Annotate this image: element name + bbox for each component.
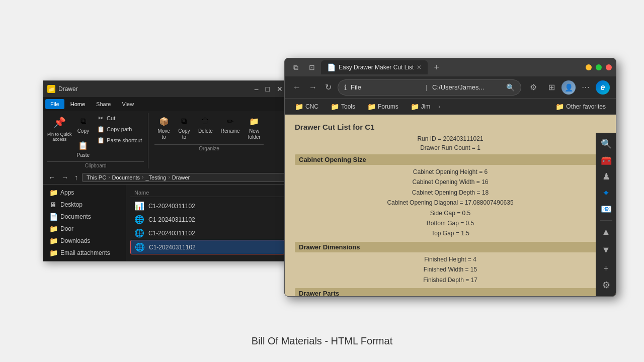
copilot-btn[interactable]: ✦ — [598, 186, 614, 200]
browser-address-text: File — [351, 83, 421, 91]
browser-back-tabs-btn[interactable]: ⧉ — [289, 60, 303, 74]
path-pc: This PC — [87, 174, 106, 180]
cut-button[interactable]: ✂ Cut — [95, 113, 144, 123]
settings-sidebar-btn[interactable]: ⚙ — [598, 278, 614, 292]
browser-avatar[interactable]: 👤 — [561, 80, 576, 95]
window-minimize[interactable]: – — [586, 64, 592, 70]
tab-file[interactable]: File — [45, 99, 64, 109]
other-favorites-btn[interactable]: 📁 Other favorites — [551, 101, 610, 112]
outlook-btn[interactable]: 📧 — [598, 202, 614, 216]
edge-logo[interactable]: e — [596, 80, 610, 95]
explorer-titlebar-icon: 📁 — [47, 85, 55, 93]
back-button[interactable]: ← — [46, 172, 57, 183]
sidebar-item-downloads[interactable]: 📁 Downloads — [43, 235, 126, 247]
move-to-button[interactable]: 📦 Moveto — [154, 113, 173, 142]
sidebar-item-email-attachments[interactable]: 📁 Email attachments — [43, 247, 126, 259]
explorer-title: Drawer — [58, 85, 250, 93]
tab-close-button[interactable]: ✕ — [417, 64, 422, 71]
cab-field-3: Cabinet Opening Diagonal = 17.0880074906… — [295, 198, 606, 208]
file-item-0[interactable]: 📊 C1-20240311102 — [130, 199, 285, 213]
apps-folder-icon: 📁 — [49, 189, 57, 197]
file-name-3: C1-20240311102 — [149, 244, 196, 251]
up-button[interactable]: ↑ — [72, 172, 80, 183]
paste-shortcut-label: Paste shortcut — [107, 137, 142, 143]
browser-address-box[interactable]: ℹ File | C:/Users/James... 🔍 — [338, 79, 521, 96]
window-maximize[interactable]: □ — [596, 64, 602, 70]
browser-split-btn[interactable]: ⊡ — [305, 60, 319, 74]
rename-button[interactable]: ✏ Rename — [218, 113, 243, 136]
delete-button[interactable]: 🗑 Delete — [195, 113, 216, 136]
sidebar-item-fusion[interactable]: 📁 Fusion — [43, 259, 126, 261]
browser-tab-title: Easy Drawer Maker Cut List — [339, 64, 414, 71]
paste-shortcut-button[interactable]: 📋 Paste shortcut — [95, 135, 144, 145]
doc-title: Drawer Cut List for C1 — [295, 123, 606, 131]
browser-refresh-btn[interactable]: ↻ — [323, 80, 334, 94]
clipboard-label: Clipboard — [47, 161, 144, 168]
documents-icon: 📄 — [49, 213, 57, 221]
cut-icon: ✂ — [97, 114, 105, 122]
sidebar-item-desktop[interactable]: 🖥 Desktop — [43, 199, 126, 211]
titlebar-maximize[interactable]: □ — [264, 84, 272, 94]
file-list-header: Name — [130, 189, 285, 197]
cnc-bookmark-icon: 📁 — [295, 103, 303, 111]
bookmark-tools[interactable]: 📁 Tools — [327, 101, 359, 112]
bookmark-forums[interactable]: 📁 Forums — [363, 101, 403, 112]
copy-button[interactable]: ⧉ Copy — [74, 113, 92, 136]
bookmarks-more-chevron[interactable]: › — [438, 103, 440, 110]
copy-to-label: Copyto — [178, 128, 190, 140]
ribbon-buttons: 📌 Pin to Quickaccess ⧉ Copy 📋 Paste ✂ — [43, 111, 289, 170]
cab-field-4: Side Gap = 0.5 — [295, 208, 606, 218]
move-label: Moveto — [157, 128, 170, 140]
file-list: Name 📊 C1-20240311102 🌐 C1-20240311102 🌐… — [126, 185, 289, 261]
bookmark-cnc[interactable]: 📁 CNC — [291, 101, 323, 112]
drawer-fields-block: Finished Height = 4 Finished Width = 15 … — [295, 254, 606, 285]
pin-to-quick-access-button[interactable]: 📌 Pin to Quickaccess — [47, 113, 72, 142]
door-folder-icon: 📁 — [49, 225, 57, 233]
file-name-1: C1-20240311102 — [148, 216, 195, 223]
browser-more-btn[interactable]: ⋯ — [578, 79, 594, 96]
tab-view[interactable]: View — [117, 99, 139, 109]
tab-home[interactable]: Home — [65, 99, 90, 109]
copy-icon: ⧉ — [77, 115, 89, 127]
window-close[interactable]: ✕ — [606, 64, 612, 70]
file-item-1[interactable]: 🌐 C1-20240311102 — [130, 213, 285, 226]
sidebar-item-documents[interactable]: 📄 Documents — [43, 211, 126, 223]
new-tab-button[interactable]: + — [430, 60, 443, 75]
add-sidebar-btn[interactable]: + — [598, 261, 614, 276]
cabinet-fields-block: Cabinet Opening Height = 6 Cabinet Openi… — [295, 167, 606, 239]
drw-field-0: Finished Height = 4 — [295, 254, 606, 264]
copy-to-button[interactable]: ⧉ Copyto — [175, 113, 193, 142]
forums-bookmark-label: Forums — [378, 103, 398, 110]
browser-forward-btn[interactable]: → — [307, 81, 319, 94]
search-sidebar-btn[interactable]: 🔍 — [598, 137, 614, 151]
browser-back-btn[interactable]: ← — [291, 81, 303, 94]
copy-path-label: Copy path — [107, 126, 132, 132]
explorer-titlebar: 📁 Drawer – □ ✕ — [43, 81, 289, 97]
path-drawer: Drawer — [172, 174, 190, 180]
jim-bookmark-icon: 📁 — [411, 103, 419, 111]
browser-tab-main[interactable]: 📄 Easy Drawer Maker Cut List ✕ — [321, 60, 428, 74]
organize-group: 📦 Moveto ⧉ Copyto 🗑 Delete ✏ Rename 📁 — [154, 113, 263, 151]
scroll-up-btn[interactable]: ▲ — [598, 225, 614, 239]
pin-icon: 📌 — [50, 113, 68, 131]
cabinet-section-header: Cabinet Opening Size — [295, 154, 606, 165]
extensions-btn[interactable]: ⚙ — [525, 79, 541, 96]
titlebar-close[interactable]: ✕ — [275, 84, 285, 94]
tab-share[interactable]: Share — [91, 99, 116, 109]
file-item-3[interactable]: 🌐 C1-20240311102 — [130, 240, 285, 254]
paste-button[interactable]: 📋 Paste — [74, 137, 93, 160]
collections-btn[interactable]: 🧰 — [598, 153, 614, 167]
sidebar-item-door[interactable]: 📁 Door — [43, 223, 126, 235]
chess-btn[interactable]: ♟ — [598, 169, 614, 184]
file-item-2[interactable]: 🌐 C1-20240311102 — [130, 226, 285, 240]
split-view-btn[interactable]: ⊞ — [543, 79, 559, 96]
titlebar-minimize[interactable]: – — [253, 84, 261, 94]
copy-path-button[interactable]: 📋 Copy path — [95, 124, 144, 134]
address-path[interactable]: This PC › Documents › _Testing › Drawer — [82, 173, 286, 182]
sidebar-item-apps[interactable]: 📁 Apps — [43, 187, 126, 199]
desktop-icon: 🖥 — [49, 201, 57, 209]
forward-button[interactable]: → — [59, 172, 70, 183]
bookmark-jim[interactable]: 📁 Jim — [407, 101, 435, 112]
new-folder-button[interactable]: 📁 Newfolder — [245, 113, 264, 142]
scroll-down-btn[interactable]: ▼ — [598, 243, 614, 257]
